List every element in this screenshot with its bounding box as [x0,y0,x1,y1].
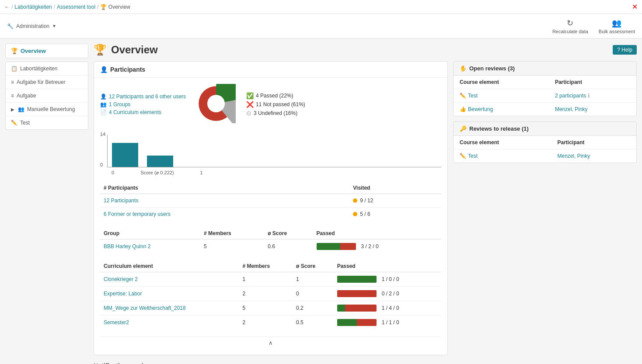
participant-count-text: 2 participants [555,93,586,99]
sidebar-item-aufgabe[interactable]: ≡ Aufgabe [6,89,88,103]
release-menzel-link[interactable]: Menzel, Pinky [558,153,590,159]
passed-col: Passed [313,228,441,239]
participants-row-name[interactable]: 12 Participants [100,194,349,208]
group-score: 0.6 [264,239,313,254]
table-row: BBB Harley Quinn 2 5 0.6 [100,239,441,254]
sep0: / [11,4,13,10]
curriculum-name-3[interactable]: MM_Wege zur Weltherschaft_2018 [100,301,239,315]
pass-ratio-3: 1 / 4 / 0 [382,305,399,311]
curriculum-passed-3: 1 / 4 / 0 [334,301,441,315]
sidebar: 🏆 Overview 📋 Labortätigkeiten ≡ Aufgabe … [5,44,88,364]
recalculate-button[interactable]: ↻ Recalculate data [552,18,588,34]
x-circle-icon: ❌ [246,101,254,108]
page-title-text: Overview [111,44,158,56]
table-row: 12 Participants 9 / 12 [100,194,441,208]
reviews-release-panel: 🔑 Reviews to release (1) Course element … [453,121,637,163]
sidebar-item-test[interactable]: ✏️ Test [6,116,88,129]
legend-passed-text: 4 Passed (22%) [256,93,293,99]
bar-chart-area: 14 0 0 Score (ø 0.222) 1 [100,132,441,175]
legend-passed: ✅ 4 Passed (22%) [246,92,305,99]
administration-tools[interactable]: 🔧 Administration ▼ [7,23,56,29]
curriculum-col: Curriculum element [100,260,239,272]
sidebar-overview-label: Overview [21,48,46,54]
table-row: Expertise: Labor 2 0 [100,287,441,301]
open-review-participant-2: Menzel, Pinky [549,103,636,116]
participants-stats-icon: 👤 [100,94,107,100]
groups-link[interactable]: 👥 1 Groups [100,101,186,107]
wrench-icon: 🔧 [7,23,14,29]
legend-not-passed-text: 11 Not passed (61%) [256,101,305,107]
participants-visited: 9 / 12 [349,194,441,208]
content: 🏆 Overview ? Help 👤 Participants [94,44,637,364]
scroll-up-button[interactable]: ∧ [100,336,441,349]
group-members: 5 [200,239,264,254]
table-row: Semester2 2 0.5 [100,315,441,330]
curriculum-score-2: 0 [293,287,334,301]
table-row: ✏️ Test Menzel, Pinky [454,149,636,163]
bewertung-link[interactable]: 👍 Bewertung [460,106,543,112]
sidebar-item-labortaetigkeiten[interactable]: 📋 Labortätigkeiten [6,62,88,76]
legend-undefined-text: 3 Undefined (16%) [254,110,297,116]
open-reviews-panel: ✋ Open reviews (3) Course element Partic… [453,61,637,116]
key-icon: 🔑 [460,125,467,132]
curriculum-name-1[interactable]: Clonekrieger 2 [100,272,239,287]
back-arrow[interactable]: ← [4,4,10,10]
sep1: / [54,4,55,10]
breadcrumb-assessment-tool[interactable]: Assessment tool [57,4,95,10]
bar-1 [112,143,138,167]
aufgabe-icon: ≡ [11,93,14,99]
test-element-link[interactable]: ✏️ Test [460,93,543,99]
group-name[interactable]: BBB Harley Quinn 2 [100,239,200,254]
release-col2: Participant [551,136,637,149]
stats-row: 👤 12 Participants and 6 other users 👥 1 … [100,84,441,125]
bar-chart: 14 0 0 Score (ø 0.222) 1 [100,132,441,175]
pass-red-4 [357,319,377,326]
pass-red-bar [340,243,356,250]
table-row: 6 Former or temporary users 5 / 6 [100,208,441,221]
participants-link[interactable]: 👤 12 Participants and 6 other users [100,94,186,100]
curriculum-name-2[interactable]: Expertise: Labor [100,287,239,301]
help-button[interactable]: ? Help [613,45,637,55]
menzel-pinky-link[interactable]: Menzel, Pinky [555,106,588,112]
dropdown-arrow: ▼ [52,24,56,28]
pass-green-bar [317,243,340,250]
bewertung-icon: 👍 [460,106,466,112]
former-visited-value: 5 / 6 [360,211,370,217]
hand-icon: ✋ [460,65,467,72]
pass-bar-1 [337,276,377,283]
right-column: ✋ Open reviews (3) Course element Partic… [453,61,637,364]
curriculum-members-1: 1 [239,272,293,287]
bar-chart-inner [107,135,441,167]
open-reviews-header: ✋ Open reviews (3) [454,62,636,76]
aufgabe-label: Aufgabe [17,93,36,99]
bulk-assessment-button[interactable]: 👥 Bulk assessment [599,18,635,34]
participants-panel: 👤 Participants 👤 12 Participants and 6 o… [94,61,448,355]
sidebar-overview[interactable]: 🏆 Overview [5,44,88,58]
curriculum-score-4: 0.5 [293,315,334,330]
release-test-link[interactable]: ✏️ Test [460,153,545,159]
test-label: Test [20,120,30,126]
table-row: MM_Wege zur Weltherschaft_2018 5 0.2 [100,301,441,315]
release-test-icon: ✏️ [460,153,466,159]
table-row: 👍 Bewertung Menzel, Pinky [454,103,636,116]
manuelle-bewertung-icon: 👥 [18,106,24,112]
table-row: ✏️ Test 2 participants ℹ [454,89,636,103]
breadcrumb: ← / Labortätigkeiten / Assessment tool /… [4,4,130,10]
curriculum-passed-1: 1 / 0 / 0 [334,272,441,287]
close-button[interactable]: ✕ [632,3,638,11]
reviews-release-title: Reviews to release (1) [469,125,529,132]
visited-dot-icon [353,198,357,203]
pass-bar-3 [337,305,377,312]
former-users-row-name[interactable]: 6 Former or temporary users [100,208,349,221]
sidebar-item-aufgabe-betreuer[interactable]: ≡ Aufgabe für Betreuer [6,76,88,89]
curriculum-score-col: ø Score [293,260,334,272]
participants-col-header: # Participants [100,182,349,194]
sidebar-item-manuelle-bewertung[interactable]: ▶ 👥 Manuelle Bewertung [6,103,88,116]
curriculum-members-2: 2 [239,287,293,301]
curriculum-score-3: 0.2 [293,301,334,315]
breadcrumb-labortaetigkeiten[interactable]: Labortätigkeiten [14,4,52,10]
bulk-icon: 👥 [612,18,621,28]
curriculum-link[interactable]: 📄 4 Curriculum elements [100,109,186,115]
curriculum-name-4[interactable]: Semester2 [100,315,239,330]
open-review-element-1: ✏️ Test [454,89,549,103]
